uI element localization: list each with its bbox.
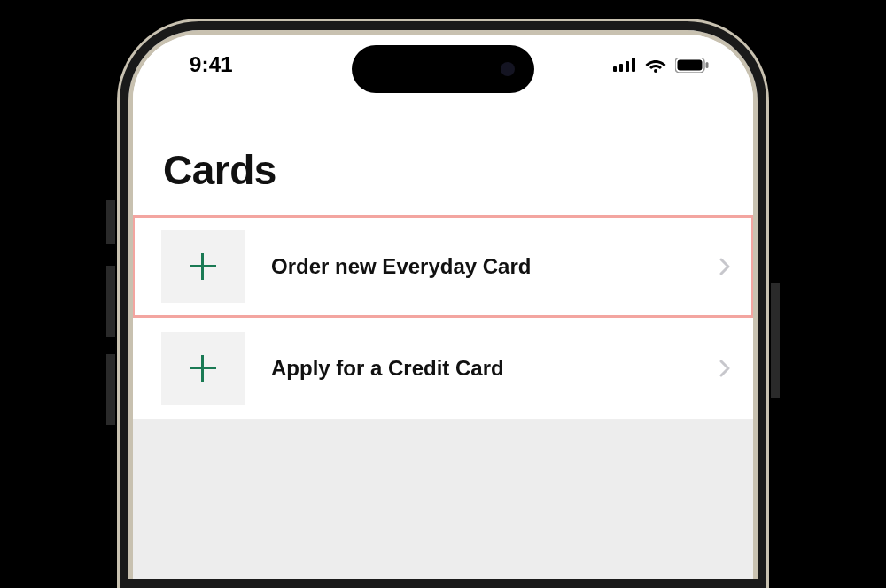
svg-rect-1 [619,64,623,72]
dynamic-island [352,45,534,93]
empty-content-area [133,420,753,579]
chevron-right-icon [719,258,730,275]
order-everyday-card-row[interactable]: Order new Everyday Card [133,215,753,318]
status-indicators [613,58,709,73]
volume-down-button [106,354,115,425]
page-title: Cards [163,146,723,194]
svg-rect-7 [706,62,709,68]
plus-icon [190,355,216,382]
power-button [771,283,780,398]
chevron-right-icon [719,360,730,377]
volume-switch [106,200,115,244]
screen: 9:41 [133,35,753,579]
status-bar: 9:41 [133,35,753,95]
plus-icon-tile [161,332,245,405]
apply-credit-card-row[interactable]: Apply for a Credit Card [133,318,753,420]
cards-option-list: Order new Everyday Card Apply for a Cred… [133,215,753,420]
cellular-signal-icon [613,58,636,72]
volume-up-button [106,266,115,337]
wifi-icon [645,58,666,73]
plus-icon-tile [161,230,245,303]
svg-rect-0 [613,66,617,72]
svg-rect-6 [678,59,703,70]
list-item-label: Order new Everyday Card [271,254,693,279]
svg-rect-2 [626,61,629,72]
plus-icon [190,253,216,280]
svg-point-4 [654,69,657,73]
battery-icon [675,58,709,73]
status-time: 9:41 [190,52,233,77]
page-header: Cards [133,95,753,215]
list-item-label: Apply for a Credit Card [271,356,693,381]
phone-frame: 9:41 [120,21,766,588]
svg-rect-3 [632,58,635,72]
